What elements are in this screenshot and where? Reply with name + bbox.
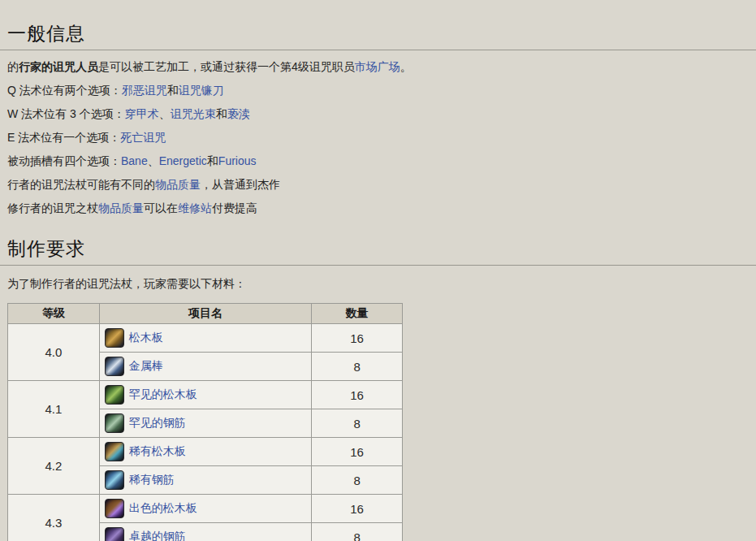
link[interactable]: 亵渎 <box>227 107 250 120</box>
qty-cell: 16 <box>312 324 403 353</box>
text: E 法术位有一个选项： <box>7 131 120 144</box>
item-cell: 出色的松木板 <box>99 495 311 523</box>
level-cell: 4.3 <box>8 495 100 541</box>
bold-text: 行家的诅咒人员 <box>19 60 98 73</box>
link[interactable]: Energetic <box>159 154 207 167</box>
item-link-epic-pine-plank[interactable]: 出色的松木板 <box>129 501 197 514</box>
uncommon-rebar-icon[interactable] <box>105 413 124 433</box>
column-header-level: 等级 <box>8 304 100 324</box>
level-cell: 4.0 <box>8 324 100 381</box>
text: 的 <box>7 60 19 73</box>
link[interactable]: Bane <box>121 154 148 167</box>
item-link-epic-rebar[interactable]: 卓越的钢筋 <box>129 530 186 541</box>
text: 和 <box>207 154 218 167</box>
link[interactable]: 物品质量 <box>98 201 144 214</box>
table-row: 4.1 罕见的松木板 16 <box>8 381 403 409</box>
link[interactable]: 市场广场 <box>355 60 400 73</box>
paragraph-crafter-info: 的行家的诅咒人员是可以被工艺加工，或通过获得一个第4级诅咒职员市场广场。 <box>7 60 756 74</box>
text: 是可以被工艺加工，或通过获得一个第4级诅咒职员 <box>98 60 355 73</box>
table-row: 4.2 稀有松木板 16 <box>8 438 403 466</box>
link[interactable]: 诅咒光束 <box>171 107 216 120</box>
item-link-rare-rebar[interactable]: 稀有钢筋 <box>129 473 175 486</box>
qty-cell: 8 <box>312 409 403 438</box>
level-cell: 4.1 <box>8 381 100 438</box>
text: 、 <box>159 107 171 120</box>
item-cell: 罕见的松木板 <box>99 381 311 409</box>
column-header-qty: 数量 <box>312 304 403 324</box>
text: 和 <box>216 107 227 120</box>
item-cell: 稀有松木板 <box>99 438 311 466</box>
text: 付费提高 <box>212 201 257 214</box>
pine-plank-icon[interactable] <box>105 328 124 348</box>
table-header-row: 等级 项目名 数量 <box>8 304 403 324</box>
paragraph-e-slot: E 法术位有一个选项：死亡诅咒 <box>7 131 756 145</box>
text: 、 <box>148 154 159 167</box>
text: 可以在 <box>144 201 178 214</box>
text: ，从普通到杰作 <box>201 178 280 191</box>
paragraph-repair: 修行者的诅咒之杖物品质量可以在维修站付费提高 <box>7 201 756 215</box>
epic-rebar-icon[interactable] <box>105 527 124 541</box>
section-heading-crafting: 制作要求 <box>0 236 756 266</box>
epic-pine-plank-icon[interactable] <box>105 499 124 518</box>
rare-rebar-icon[interactable] <box>105 470 124 490</box>
text: Q 法术位有两个选项： <box>7 84 122 97</box>
qty-cell: 16 <box>312 438 403 466</box>
link[interactable]: 邪恶诅咒 <box>122 84 167 97</box>
item-link-uncommon-rebar[interactable]: 罕见的钢筋 <box>129 416 186 429</box>
crafting-intro: 为了制作行者的诅咒法杖，玩家需要以下材料： <box>7 277 756 292</box>
text: 。 <box>400 60 412 73</box>
item-cell: 卓越的钢筋 <box>99 523 311 541</box>
item-link-uncommon-pine-plank[interactable]: 罕见的松木板 <box>129 387 197 400</box>
qty-cell: 8 <box>312 523 403 541</box>
column-header-item: 项目名 <box>99 304 311 324</box>
link[interactable]: 穿甲术 <box>125 107 159 120</box>
metal-rod-icon[interactable] <box>105 357 124 376</box>
qty-cell: 8 <box>312 353 403 381</box>
item-link-pine-plank[interactable]: 松木板 <box>129 331 163 344</box>
text: 和 <box>167 84 179 97</box>
link[interactable]: 物品质量 <box>155 178 201 191</box>
link[interactable]: Furious <box>218 154 257 167</box>
table-row: 4.0 松木板 16 <box>8 324 403 353</box>
text: W 法术位有 3 个选项： <box>7 107 125 120</box>
paragraph-quality: 行者的诅咒法杖可能有不同的物品质量，从普通到杰作 <box>7 178 756 192</box>
page: 一般信息 的行家的诅咒人员是可以被工艺加工，或通过获得一个第4级诅咒职员市场广场… <box>0 0 756 541</box>
text: 被动插槽有四个选项： <box>7 154 121 167</box>
item-link-rare-pine-plank[interactable]: 稀有松木板 <box>129 444 186 457</box>
rare-pine-plank-icon[interactable] <box>105 442 124 461</box>
section-heading-general: 一般信息 <box>0 21 756 50</box>
level-cell: 4.2 <box>8 438 100 495</box>
uncommon-pine-plank-icon[interactable] <box>105 385 124 405</box>
table-row: 4.3 出色的松木板 16 <box>8 495 403 523</box>
text: 行者的诅咒法杖可能有不同的 <box>7 178 155 191</box>
qty-cell: 8 <box>312 466 403 495</box>
link[interactable]: 维修站 <box>178 201 212 214</box>
link[interactable]: 诅咒镰刀 <box>179 84 224 97</box>
item-cell: 松木板 <box>99 324 311 353</box>
paragraph-q-slot: Q 法术位有两个选项：邪恶诅咒和诅咒镰刀 <box>7 84 756 97</box>
item-cell: 罕见的钢筋 <box>99 409 311 438</box>
paragraph-passive-slot: 被动插槽有四个选项：Bane、Energetic和Furious <box>7 154 756 168</box>
materials-table: 等级 项目名 数量 4.0 松木板 16 金属棒 8 4.1 <box>7 303 403 541</box>
qty-cell: 16 <box>312 495 403 523</box>
item-cell: 稀有钢筋 <box>99 466 311 495</box>
paragraph-w-slot: W 法术位有 3 个选项：穿甲术、诅咒光束和亵渎 <box>7 107 756 121</box>
item-link-metal-rod[interactable]: 金属棒 <box>129 359 163 372</box>
link[interactable]: 死亡诅咒 <box>120 131 166 144</box>
text: 修行者的诅咒之杖 <box>7 201 98 214</box>
item-cell: 金属棒 <box>99 353 311 381</box>
qty-cell: 16 <box>312 381 403 409</box>
